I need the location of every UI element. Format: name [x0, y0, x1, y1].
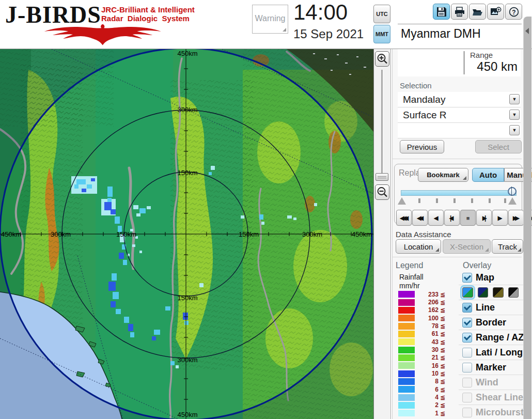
legend-subtitle: Rainfall — [399, 273, 424, 281]
replay-group: Replay Bookmark Auto Manual ◀◀◀◀◀◀|◀■▶|▶… — [394, 164, 522, 224]
stop-button[interactable]: ■ — [460, 210, 476, 226]
svg-text:450km: 450km — [352, 230, 372, 238]
selection-field-3[interactable]: ▼ — [398, 123, 521, 138]
add-image-button[interactable] — [487, 4, 504, 20]
play-button[interactable]: ▶ — [492, 210, 508, 226]
previous-button[interactable]: Previous — [400, 140, 444, 153]
corner-triangle-icon — [463, 176, 466, 180]
map-style-swatch-1[interactable] — [462, 287, 473, 298]
map-zoom-column — [373, 49, 391, 419]
legend-swatch — [398, 410, 415, 416]
overlay-item-line[interactable]: Line — [459, 300, 523, 315]
legend-swatch — [398, 402, 415, 409]
panel-collapse-strip[interactable] — [523, 17, 531, 419]
svg-text:300km: 300km — [177, 106, 197, 114]
zoom-slider-track[interactable] — [381, 70, 383, 177]
legend-entry: 233≦ — [398, 290, 456, 298]
mmt-button[interactable]: MMT — [373, 25, 390, 43]
legend-entry: 43≦ — [398, 338, 456, 346]
overlay-item-range-az[interactable]: Range / AZ — [459, 330, 523, 345]
step-first-button[interactable]: |◀ — [444, 210, 460, 226]
save-button[interactable] — [433, 4, 450, 20]
legend-scale: 233≦206≦162≦100≦78≦61≦43≦30≦21≦16≦10≦8≦6… — [398, 290, 456, 417]
rewind-button[interactable]: ◀◀ — [412, 210, 428, 226]
overlay-item-shear-line[interactable]: Shear Line — [459, 390, 523, 405]
legend-entry: 162≦ — [398, 306, 456, 314]
checked-checkbox[interactable] — [462, 318, 472, 328]
legend-swatch — [398, 331, 415, 337]
legend-swatch — [398, 386, 415, 393]
checked-checkbox[interactable] — [462, 333, 472, 343]
range-label: Range — [470, 51, 493, 59]
dropdown-arrow-icon[interactable]: ▼ — [509, 94, 520, 104]
open-file-button[interactable] — [469, 4, 486, 20]
overlay-item-border[interactable]: Border — [459, 315, 523, 330]
clock-date: 15 Sep 2021 — [293, 27, 364, 41]
legend-unit: mm/hr — [399, 282, 420, 290]
selection-field-2[interactable]: Surface R▼ — [398, 107, 521, 123]
select-button[interactable]: Select — [475, 140, 522, 153]
print-button[interactable] — [451, 4, 468, 20]
replay-slider-handle[interactable] — [508, 187, 517, 196]
dropdown-arrow-icon[interactable]: ▼ — [509, 110, 520, 120]
legend-swatch — [398, 370, 415, 377]
rewind-fast-button[interactable]: ◀◀◀ — [396, 210, 412, 226]
warning-button[interactable]: Warning — [252, 5, 288, 34]
x-section-button[interactable]: X-Section — [443, 239, 491, 254]
unchecked-checkbox — [462, 378, 472, 387]
step-last-button[interactable]: ▶| — [476, 210, 492, 226]
selection-field-1[interactable]: Mandalay▼ — [398, 92, 521, 107]
slider-start-marker[interactable] — [398, 197, 406, 205]
legend-entry: 4≦ — [398, 393, 456, 401]
overlay-item-map[interactable]: Map — [459, 270, 523, 285]
utc-button[interactable]: UTC — [373, 5, 390, 23]
add-image-icon — [490, 7, 502, 17]
checked-checkbox[interactable] — [462, 273, 472, 283]
legend-swatch — [398, 394, 415, 401]
overlay-item-microburst[interactable]: Microburst — [459, 405, 523, 419]
legend-swatch — [398, 291, 415, 298]
unchecked-checkbox[interactable] — [462, 348, 472, 358]
corner-triangle-icon — [283, 28, 286, 32]
legend-entry: 16≦ — [398, 362, 456, 369]
jbirds-window: J-BIRDS JRC-Brilliant & Intelligent Rada… — [0, 0, 532, 419]
legend-swatch — [398, 307, 415, 314]
track-button[interactable]: Track — [492, 239, 523, 254]
map-style-swatch-4[interactable] — [508, 287, 519, 298]
map-style-swatch-3[interactable] — [493, 287, 504, 298]
radar-map[interactable]: 450km 300km 150km 150km 300km 450km 450k… — [0, 49, 373, 419]
legend-swatch — [398, 378, 415, 385]
svg-text:150km: 150km — [177, 294, 197, 302]
svg-text:?: ? — [512, 8, 515, 15]
play-reverse-button[interactable]: ◀ — [428, 210, 444, 226]
legend-entry: 21≦ — [398, 354, 456, 362]
range-value: 450 km — [477, 59, 518, 74]
forward-button[interactable]: ▶▶ — [508, 210, 524, 226]
replay-slider-track[interactable] — [401, 190, 517, 196]
legend-entry: 2≦ — [398, 401, 456, 409]
unchecked-checkbox — [462, 408, 472, 417]
control-panel: Range 450 km Selection Mandalay▼Surface … — [393, 49, 523, 419]
svg-text:300km: 300km — [302, 230, 322, 238]
overlay-item-lati-long[interactable]: Lati / Long — [459, 345, 523, 360]
zoom-slider-handle[interactable] — [375, 173, 388, 181]
unchecked-checkbox[interactable] — [462, 363, 472, 373]
legend-swatch — [398, 315, 415, 321]
help-button[interactable]: ? — [505, 4, 522, 20]
bookmark-button[interactable]: Bookmark — [418, 168, 468, 182]
zoom-in-button[interactable] — [375, 51, 389, 67]
range-box: Range 450 km — [398, 49, 521, 76]
slider-end-marker[interactable] — [508, 197, 517, 205]
auto-button[interactable]: Auto — [472, 168, 504, 182]
overlay-item-marker[interactable]: Marker — [459, 360, 523, 375]
zoom-out-icon — [377, 187, 388, 198]
dropdown-arrow-icon[interactable]: ▼ — [509, 125, 520, 135]
location-button[interactable]: Location — [396, 239, 441, 254]
header-bar: J-BIRDS JRC-Brilliant & Intelligent Rada… — [0, 0, 532, 49]
checked-checkbox[interactable] — [462, 303, 472, 313]
save-icon — [436, 7, 447, 17]
overlay-item-wind[interactable]: Wind — [459, 375, 523, 390]
zoom-out-button[interactable] — [375, 184, 389, 200]
print-icon — [455, 7, 465, 17]
map-style-swatch-2[interactable] — [478, 287, 489, 298]
